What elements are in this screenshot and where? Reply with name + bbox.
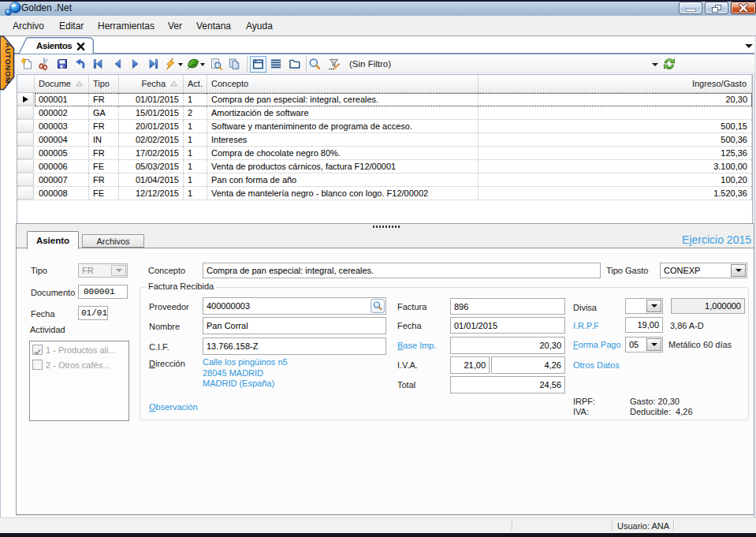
svg-text:AUTONOM: AUTONOM: [4, 43, 13, 84]
